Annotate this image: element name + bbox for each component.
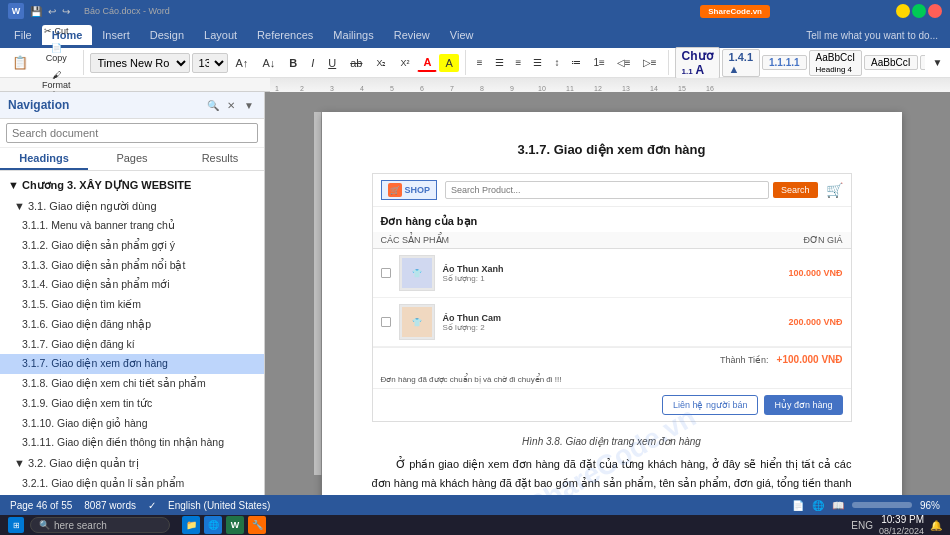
taskbar-search[interactable]: 🔍 here search [30, 517, 170, 533]
title-bar-controls[interactable] [896, 4, 942, 18]
font-grow-button[interactable]: A↑ [230, 54, 255, 72]
taskbar-word-icon[interactable]: W [226, 516, 244, 534]
shop-mockup: 🛒 SHOP Search 🛒 Đơn hàng của bạn CÁC SẢN… [372, 173, 852, 422]
styles-scroll-button[interactable]: ▼ [928, 55, 948, 70]
taskbar-app-icon[interactable]: 🔧 [248, 516, 266, 534]
shop-search-button[interactable]: Search [773, 182, 818, 198]
subscript-button[interactable]: X₂ [370, 55, 392, 71]
quick-access-undo[interactable]: ↩ [48, 6, 56, 17]
nav-item-321[interactable]: 3.2.1. Giao diện quản lí sản phẩm [0, 474, 264, 494]
nav-item-31[interactable]: ▼ 3.1. Giao diện người dùng [0, 196, 264, 217]
tab-mailings[interactable]: Mailings [323, 25, 383, 45]
justify-button[interactable]: ☰ [528, 55, 547, 70]
cancel-order-button[interactable]: Hủy đơn hàng [764, 395, 842, 415]
shop-footer: Thành Tiền: +100.000 VNĐ [373, 347, 851, 371]
tab-insert[interactable]: Insert [92, 25, 140, 45]
font-family-select[interactable]: Times New Ro [90, 53, 190, 73]
superscript-button[interactable]: X² [394, 55, 415, 71]
strikethrough-button[interactable]: ab [344, 54, 368, 72]
nav-search-input[interactable] [6, 123, 258, 143]
tab-view[interactable]: View [440, 25, 484, 45]
taskbar-chrome-icon[interactable]: 🌐 [204, 516, 222, 534]
nav-tab-headings[interactable]: Headings [0, 148, 88, 170]
shop-logo: 🛒 SHOP [381, 180, 438, 200]
line-spacing-button[interactable]: ↕ [549, 55, 564, 70]
tell-me-input[interactable]: Tell me what you want to do... [798, 30, 946, 41]
zoom-slider[interactable] [852, 502, 912, 508]
font-shrink-button[interactable]: A↓ [256, 54, 281, 72]
style-heading2[interactable]: 1.4.1 ▲ [722, 49, 760, 77]
style-heading4[interactable]: AaBbCcI Heading 4 [809, 50, 862, 76]
tab-design[interactable]: Design [140, 25, 194, 45]
close-button[interactable] [928, 4, 942, 18]
tab-review[interactable]: Review [384, 25, 440, 45]
nav-item-322[interactable]: 3.2.2. Giao diện quản lí nhóm sản phẩm [0, 493, 264, 495]
tab-references[interactable]: References [247, 25, 323, 45]
nav-item-319[interactable]: 3.1.9. Giao diện xem tin tức [0, 394, 264, 414]
indent-increase-button[interactable]: ▷≡ [638, 55, 662, 70]
nav-item-chapter3[interactable]: ▼ Chương 3. XÂY DỰNG WEBSITE [0, 175, 264, 196]
style-nospace[interactable]: AaBbCcI [920, 55, 925, 70]
shop-search-input[interactable] [445, 181, 769, 199]
minimize-button[interactable] [896, 4, 910, 18]
italic-button[interactable]: I [305, 54, 320, 72]
bold-button[interactable]: B [283, 54, 303, 72]
underline-button[interactable]: U [322, 54, 342, 72]
font-size-select[interactable]: 13 [192, 53, 228, 73]
notification-icon[interactable]: 🔔 [930, 520, 942, 531]
nav-tab-results[interactable]: Results [176, 148, 264, 170]
item-checkbox-1[interactable] [381, 268, 391, 278]
copy-button[interactable]: 📄 Copy [36, 40, 77, 66]
nav-item-312[interactable]: 3.1.2. Giao diện sản phẩm gợi ý [0, 236, 264, 256]
numbering-button[interactable]: 1≡ [588, 55, 609, 70]
tab-layout[interactable]: Layout [194, 25, 247, 45]
cut-button[interactable]: ✂ Cut [36, 23, 77, 39]
quick-access-save[interactable]: 💾 [30, 6, 42, 17]
nav-item-3110[interactable]: 3.1.10. Giao diện giỏ hàng [0, 414, 264, 434]
view-web-icon[interactable]: 🌐 [812, 500, 824, 511]
item-checkbox-2[interactable] [381, 317, 391, 327]
nav-search-button[interactable]: 🔍 [206, 98, 220, 112]
nav-item-317a[interactable]: 3.1.7. Giao diện đăng kí [0, 335, 264, 355]
nav-menu-button[interactable]: ▼ [242, 98, 256, 112]
spelling-icon: ✓ [148, 500, 156, 511]
nav-item-32[interactable]: ▼ 3.2. Giao diện quản trị [0, 453, 264, 474]
sharecode-logo: ShareCode.vn [700, 0, 770, 22]
bullets-button[interactable]: ≔ [566, 55, 586, 70]
zoom-level[interactable]: 96% [920, 500, 940, 511]
shop-cart-icon[interactable]: 🛒 [826, 182, 843, 198]
contact-seller-button[interactable]: Liên hệ người bán [662, 395, 759, 415]
align-center-button[interactable]: ☰ [490, 55, 509, 70]
nav-item-311[interactable]: 3.1.1. Menu và banner trang chủ [0, 216, 264, 236]
style-normal[interactable]: AaBbCcI [864, 55, 917, 70]
nav-item-313[interactable]: 3.1.3. Giao diện sản phẩm nổi bật [0, 256, 264, 276]
status-right: 📄 🌐 📖 96% [792, 500, 940, 511]
nav-tab-pages[interactable]: Pages [88, 148, 176, 170]
align-right-button[interactable]: ≡ [511, 55, 527, 70]
title-bar: W 💾 ↩ ↪ Báo Cáo.docx - Word ShareCode.vn [0, 0, 950, 22]
view-read-icon[interactable]: 📖 [832, 500, 844, 511]
start-button[interactable]: ⊞ [8, 517, 24, 533]
indent-decrease-button[interactable]: ◁≡ [612, 55, 636, 70]
nav-close-button[interactable]: ✕ [224, 98, 238, 112]
taskbar-search-text[interactable]: here search [54, 520, 107, 531]
nav-item-316[interactable]: 3.1.6. Giao diện đăng nhập [0, 315, 264, 335]
style-heading1[interactable]: Chươ 1.1 A [675, 47, 720, 79]
language[interactable]: English (United States) [168, 500, 270, 511]
shop-search[interactable]: Search [445, 181, 817, 199]
align-left-button[interactable]: ≡ [472, 55, 488, 70]
nav-item-318[interactable]: 3.1.8. Giao diện xem chi tiết sản phẩm [0, 374, 264, 394]
paste-button[interactable]: 📋 [6, 52, 34, 73]
highlight-button[interactable]: A [439, 54, 458, 72]
quick-access-redo[interactable]: ↪ [62, 6, 70, 17]
taskbar-explorer-icon[interactable]: 📁 [182, 516, 200, 534]
text-color-button[interactable]: A [417, 53, 437, 72]
nav-item-3111[interactable]: 3.1.11. Giao diện điền thông tin nhận hà… [0, 433, 264, 453]
nav-item-314[interactable]: 3.1.4. Giao diện sản phẩm mới [0, 275, 264, 295]
maximize-button[interactable] [912, 4, 926, 18]
nav-item-317b[interactable]: 3.1.7. Giao diện xem đơn hàng [0, 354, 264, 374]
shop-logo-text: SHOP [405, 185, 431, 195]
style-heading3[interactable]: 1.1.1.1 [762, 55, 807, 70]
nav-item-315[interactable]: 3.1.5. Giao diện tìm kiếm [0, 295, 264, 315]
view-print-icon[interactable]: 📄 [792, 500, 804, 511]
